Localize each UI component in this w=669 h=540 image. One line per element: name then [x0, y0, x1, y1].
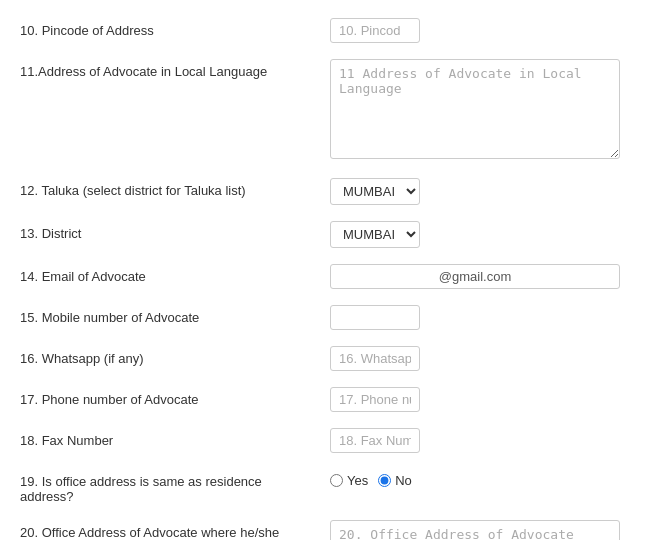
fax-wrap [330, 428, 649, 453]
mobile-label: 15. Mobile number of Advocate [20, 305, 330, 325]
office-address-row: 20. Office Address of Advocate where he/… [20, 512, 649, 540]
phone-input[interactable] [330, 387, 420, 412]
address-local-wrap [330, 59, 649, 162]
pincode-label: 10. Pincode of Address [20, 18, 330, 38]
email-row: 14. Email of Advocate [20, 256, 649, 297]
pincode-input[interactable] [330, 18, 420, 43]
mobile-wrap [330, 305, 649, 330]
whatsapp-wrap [330, 346, 649, 371]
mobile-row: 15. Mobile number of Advocate [20, 297, 649, 338]
email-input[interactable] [330, 264, 620, 289]
district-wrap: MUMBAI [330, 221, 649, 248]
radio-no-label[interactable]: No [378, 473, 412, 488]
office-address-label: 20. Office Address of Advocate where he/… [20, 520, 330, 540]
fax-label: 18. Fax Number [20, 428, 330, 448]
office-address-wrap [330, 520, 649, 540]
radio-no-text: No [395, 473, 412, 488]
whatsapp-row: 16. Whatsapp (if any) [20, 338, 649, 379]
phone-label: 17. Phone number of Advocate [20, 387, 330, 407]
fax-input[interactable] [330, 428, 420, 453]
district-select[interactable]: MUMBAI [330, 221, 420, 248]
address-local-label: 11.Address of Advocate in Local Language [20, 59, 330, 79]
radio-yes-text: Yes [347, 473, 368, 488]
district-row: 13. District MUMBAI [20, 213, 649, 256]
taluka-select[interactable]: MUMBAI [330, 178, 420, 205]
email-label: 14. Email of Advocate [20, 264, 330, 284]
radio-yes-label[interactable]: Yes [330, 473, 368, 488]
district-label: 13. District [20, 221, 330, 241]
taluka-wrap: MUMBAI [330, 178, 649, 205]
whatsapp-label: 16. Whatsapp (if any) [20, 346, 330, 366]
office-same-row: 19. Is office address is same as residen… [20, 461, 649, 512]
address-local-row: 11.Address of Advocate in Local Language [20, 51, 649, 170]
phone-wrap [330, 387, 649, 412]
fax-row: 18. Fax Number [20, 420, 649, 461]
taluka-row: 12. Taluka (select district for Taluka l… [20, 170, 649, 213]
pincode-row: 10. Pincode of Address [20, 10, 649, 51]
radio-no[interactable] [378, 474, 391, 487]
office-same-wrap: Yes No [330, 469, 649, 488]
address-local-textarea[interactable] [330, 59, 620, 159]
phone-row: 17. Phone number of Advocate [20, 379, 649, 420]
office-address-textarea[interactable] [330, 520, 620, 540]
radio-yes[interactable] [330, 474, 343, 487]
mobile-input[interactable] [330, 305, 420, 330]
pincode-wrap [330, 18, 649, 43]
email-wrap [330, 264, 649, 289]
taluka-label: 12. Taluka (select district for Taluka l… [20, 178, 330, 198]
whatsapp-input[interactable] [330, 346, 420, 371]
office-same-label: 19. Is office address is same as residen… [20, 469, 330, 504]
office-same-radio-group: Yes No [330, 469, 649, 488]
